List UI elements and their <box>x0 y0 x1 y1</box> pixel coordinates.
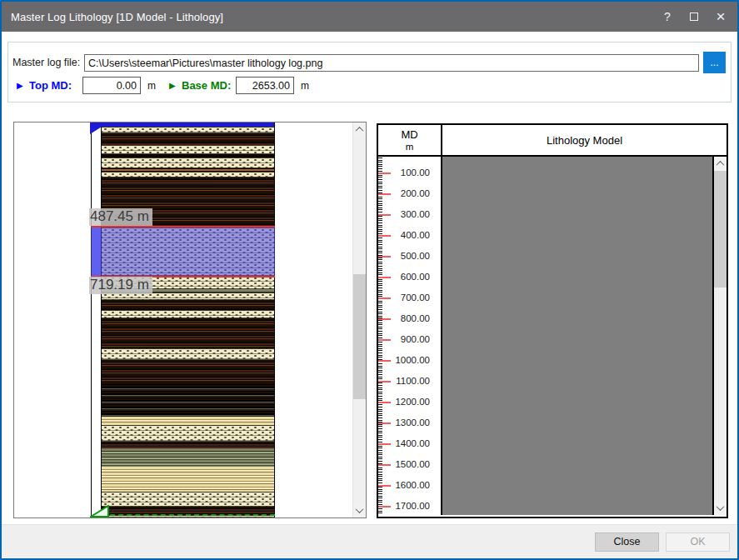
md-column-header: MD m <box>378 125 441 155</box>
maximize-icon <box>690 12 698 21</box>
lith-band-tan <box>102 417 274 425</box>
md-tick-label: 800.00 <box>392 313 430 323</box>
md-header-title: MD <box>401 128 417 141</box>
top-md-marker-icon[interactable] <box>90 122 108 134</box>
md-major-tick <box>378 506 391 508</box>
lith-band-cream <box>102 127 274 133</box>
master-log-file-input[interactable] <box>84 54 699 72</box>
md-major-tick <box>378 464 391 466</box>
model-panel-scrollbar[interactable] <box>714 157 727 515</box>
md-major-tick <box>378 214 391 216</box>
master-log-panel: 487.45 m 719.19 m <box>13 122 367 518</box>
close-window-button[interactable]: × <box>707 4 734 29</box>
interval-base-depth-label: 719.19 m <box>89 277 152 294</box>
dialog-body: Master log file: ... ▶ Top MD: m ▶ Base … <box>2 32 737 524</box>
lithology-model-header: Lithology Model <box>442 125 727 155</box>
lith-band-cream <box>102 172 274 178</box>
lith-band-dark <box>102 300 274 310</box>
lith-band-dark <box>102 133 274 145</box>
md-tick-label: 200.00 <box>392 188 430 198</box>
top-md-unit: m <box>147 80 156 92</box>
md-major-tick <box>378 485 391 487</box>
md-major-tick <box>378 172 391 174</box>
depth-track-strip <box>91 122 102 518</box>
md-ruler: 100.00200.00300.00400.00500.00600.00700.… <box>378 157 441 515</box>
lith-band-tan <box>102 467 274 492</box>
lith-band-cream <box>102 425 274 442</box>
dialog-footer: Close OK <box>2 524 737 558</box>
lith-band-dark <box>102 360 274 385</box>
scroll-down-icon[interactable] <box>353 503 366 518</box>
md-major-tick <box>378 422 391 424</box>
md-tick-label: 100.00 <box>392 168 430 178</box>
md-major-tick <box>378 443 391 445</box>
window-title: Master Log Lithology [1D Model - Litholo… <box>11 11 654 23</box>
base-md-dashed-line <box>102 514 275 516</box>
md-tick-label: 900.00 <box>392 334 430 344</box>
master-log-file-label: Master log file: <box>12 57 80 68</box>
chevron-up-icon <box>717 161 725 169</box>
md-tick-label: 600.00 <box>392 272 430 282</box>
master-log-viewport[interactable]: 487.45 m 719.19 m <box>14 122 352 518</box>
model-scrollbar-thumb[interactable] <box>714 171 727 288</box>
md-major-tick <box>378 193 391 195</box>
top-md-input[interactable] <box>82 77 141 94</box>
lithology-image[interactable]: 487.45 m 719.19 m <box>91 122 276 518</box>
md-tick-label: 700.00 <box>392 292 430 302</box>
lith-band-cream <box>102 492 274 507</box>
chevron-down-icon <box>717 502 725 511</box>
md-tick-label: 1600.00 <box>392 480 430 490</box>
md-tick-label: 1000.00 <box>392 355 430 365</box>
base-md-arrow-icon: ▶ <box>169 81 176 90</box>
scroll-up-icon[interactable] <box>353 122 366 137</box>
md-major-tick <box>378 235 391 237</box>
md-tick-label: 500.00 <box>392 251 430 261</box>
help-button[interactable]: ? <box>654 4 681 29</box>
selected-interval-overlay[interactable] <box>91 226 275 278</box>
log-scrollbar-thumb[interactable] <box>353 274 366 399</box>
md-major-tick <box>378 318 391 320</box>
close-button[interactable]: Close <box>595 532 659 552</box>
md-tick-label: 1200.00 <box>392 397 430 407</box>
top-md-label: Top MD: <box>29 79 72 92</box>
lith-band-cream <box>102 310 274 318</box>
md-tick-label: 1100.00 <box>392 376 430 386</box>
dialog-master-log-lithology: Master Log Lithology [1D Model - Litholo… <box>0 0 739 560</box>
lithology-model-panel: MD m Lithology Model 100.00200.00300.004… <box>377 123 728 518</box>
model-scroll-up-icon[interactable] <box>714 157 727 171</box>
lith-band-dark <box>102 318 274 348</box>
md-major-tick <box>378 360 391 362</box>
md-major-tick <box>378 381 391 382</box>
md-tick-label: 300.00 <box>392 209 430 219</box>
chevron-down-icon <box>356 505 364 513</box>
lith-band-cream <box>102 145 274 154</box>
lith-band-darkolive <box>102 385 274 417</box>
log-panel-scrollbar[interactable] <box>352 122 366 518</box>
ok-button[interactable]: OK <box>666 532 730 552</box>
model-scroll-down-icon[interactable] <box>714 501 727 515</box>
lithology-model-canvas[interactable] <box>442 157 712 515</box>
md-major-tick <box>378 256 391 258</box>
md-tick-label: 1400.00 <box>392 438 430 448</box>
md-minor-ticks <box>378 158 382 515</box>
md-tick-label: 400.00 <box>392 230 430 240</box>
lith-band-cream <box>102 348 274 360</box>
base-md-label: Base MD: <box>182 79 231 92</box>
md-major-tick <box>378 402 391 403</box>
md-major-tick <box>378 339 391 341</box>
top-md-arrow-icon: ▶ <box>17 81 23 90</box>
md-tick-label: 1300.00 <box>392 418 430 428</box>
lith-band-cream <box>102 158 274 168</box>
browse-button[interactable]: ... <box>703 52 726 73</box>
base-md-input[interactable] <box>236 77 294 94</box>
interval-top-depth-label: 487.45 m <box>89 208 152 226</box>
md-header-unit: m <box>406 142 414 152</box>
lithology-bands <box>102 122 275 518</box>
maximize-button[interactable] <box>681 4 707 29</box>
base-md-marker-icon[interactable] <box>90 505 109 518</box>
md-major-tick <box>378 298 391 299</box>
md-tick-label: 1500.00 <box>392 459 430 469</box>
md-tick-label: 1700.00 <box>392 501 430 511</box>
title-bar[interactable]: Master Log Lithology [1D Model - Litholo… <box>2 2 737 32</box>
chevron-up-icon <box>356 127 364 135</box>
